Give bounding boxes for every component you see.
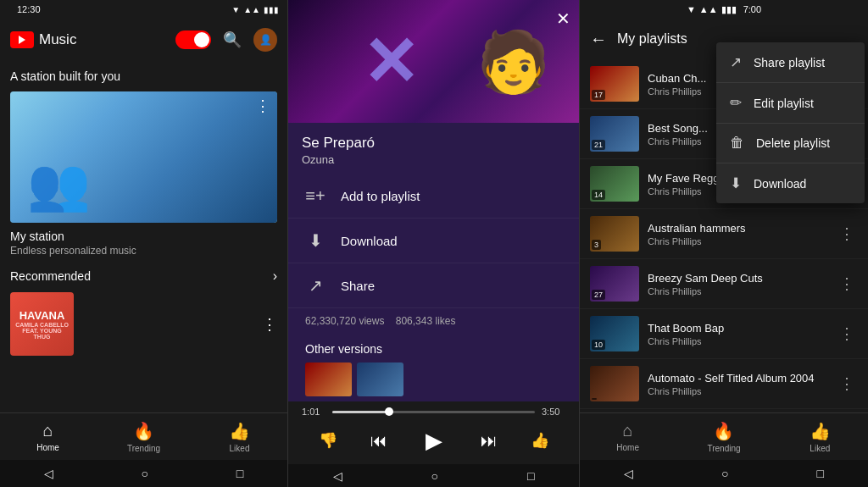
- close-song-btn[interactable]: ✕: [556, 8, 570, 29]
- home-sys-btn-2[interactable]: ○: [431, 469, 438, 483]
- pl-thumb-6: 10: [590, 316, 639, 351]
- nav-pl-home[interactable]: ⌂ Home: [580, 413, 676, 460]
- pl-name-5: Breezy Sam Deep Cuts: [648, 272, 827, 285]
- liked-pl-label: Liked: [810, 444, 830, 453]
- player-controls: 👎 ⏮ ▶ ⏭ 👍: [302, 423, 565, 457]
- back-btn[interactable]: ←: [590, 30, 607, 49]
- pl-author-5: Chris Phillips: [648, 286, 827, 296]
- liked-nav-icon: 👍: [229, 421, 250, 441]
- play-btn[interactable]: ▶: [417, 423, 451, 457]
- nav-pl-liked[interactable]: 👍 Liked: [772, 413, 868, 460]
- other-versions-section: Other versions: [288, 334, 579, 401]
- pl-count-3: 14: [592, 190, 605, 200]
- progress-fill: [332, 411, 389, 413]
- trending-pl-label: Trending: [707, 444, 740, 453]
- share-icon: ↗: [305, 275, 326, 296]
- yt-play-icon: [10, 31, 34, 48]
- song-stats: 62,330,720 views 806,343 likes: [288, 308, 579, 334]
- havana-title: HAVANA: [19, 309, 65, 322]
- add-to-playlist-btn[interactable]: ≡+ Add to playlist: [288, 174, 579, 219]
- app-title: Music: [39, 31, 76, 48]
- share-playlist-btn[interactable]: ↗ Share playlist: [716, 42, 865, 83]
- back-sys-btn[interactable]: ◁: [44, 467, 53, 480]
- edit-playlist-btn[interactable]: ✏ Edit playlist: [716, 83, 865, 124]
- battery-icon-pl: ▮▮▮: [721, 4, 737, 15]
- download-playlist-btn[interactable]: ⬇ Download: [716, 163, 865, 203]
- mode-toggle[interactable]: [175, 30, 211, 49]
- pl-more-4[interactable]: ⋮: [836, 221, 858, 246]
- status-bar-home: 12:30 ▼ ▲▲ ▮▮▮: [0, 0, 287, 19]
- avatar[interactable]: 👤: [253, 28, 277, 52]
- player-area: 1:01 3:50 👎 ⏮ ▶ ⏭ 👍: [288, 401, 579, 464]
- share-playlist-label: Share playlist: [754, 56, 825, 69]
- delete-playlist-btn[interactable]: 🗑 Delete playlist: [716, 124, 865, 163]
- pl-more-7[interactable]: ⋮: [836, 371, 858, 396]
- havana-sub: CAMILA CABELLO FEAT. YOUNG THUG: [15, 322, 69, 340]
- bottom-nav-home: ⌂ Home 🔥 Trending 👍 Liked: [0, 412, 287, 460]
- thumbs-down-btn[interactable]: 👎: [315, 428, 341, 453]
- pl-more-5[interactable]: ⋮: [836, 271, 858, 296]
- pl-name-6: That Boom Bap: [648, 322, 827, 335]
- pl-item-7[interactable]: Automato - Self Titled Album 2004 Chris …: [580, 359, 868, 409]
- pl-item-4[interactable]: 3 Australian hammers Chris Phillips ⋮: [580, 209, 868, 259]
- home-nav-label: Home: [36, 443, 59, 452]
- signal-icon: ▼: [231, 5, 240, 14]
- song-artist: Ozuna: [302, 153, 565, 166]
- progress-track[interactable]: [332, 411, 535, 413]
- pl-item-5[interactable]: 27 Breezy Sam Deep Cuts Chris Phillips ⋮: [580, 259, 868, 309]
- pl-more-6[interactable]: ⋮: [836, 321, 858, 346]
- sys-nav-home: ◁ ○ □: [0, 460, 287, 487]
- home-sys-btn-3[interactable]: ○: [721, 467, 728, 480]
- version-thumbs: [305, 362, 562, 396]
- recents-sys-btn-3[interactable]: □: [817, 467, 824, 480]
- pl-info-6: That Boom Bap Chris Phillips: [648, 322, 827, 346]
- recommended-header: Recommended ›: [10, 268, 277, 284]
- thumbs-up-btn[interactable]: 👍: [527, 428, 553, 453]
- download-playlist-label: Download: [754, 177, 806, 191]
- playlist-dropdown-menu: ↗ Share playlist ✏ Edit playlist 🗑 Delet…: [716, 42, 865, 203]
- version-thumb-1[interactable]: [305, 362, 352, 396]
- sys-nav-pl: ◁ ○ □: [580, 460, 868, 487]
- song-video-thumb: ✕ 🧑 ✕: [288, 0, 579, 123]
- recents-sys-btn-2[interactable]: □: [527, 469, 534, 483]
- delete-playlist-label: Delete playlist: [756, 136, 830, 150]
- pl-info-5: Breezy Sam Deep Cuts Chris Phillips: [648, 272, 827, 296]
- back-sys-btn-2[interactable]: ◁: [333, 469, 342, 483]
- pl-item-6[interactable]: 10 That Boom Bap Chris Phillips ⋮: [580, 309, 868, 359]
- add-playlist-label: Add to playlist: [341, 189, 420, 203]
- edit-playlist-icon: ✏: [730, 94, 742, 112]
- recommended-arrow-icon[interactable]: ›: [273, 268, 277, 284]
- havana-card[interactable]: HAVANA CAMILA CABELLO FEAT. YOUNG THUG ⋮: [10, 292, 277, 356]
- trending-nav-label: Trending: [127, 444, 160, 453]
- nav-home[interactable]: ⌂ Home: [0, 413, 96, 460]
- home-pl-icon: ⌂: [623, 421, 633, 440]
- progress-bar-container: 1:01 3:50: [302, 407, 565, 417]
- share-btn[interactable]: ↗ Share: [288, 263, 579, 308]
- app-header: Music 🔍 👤: [0, 19, 287, 61]
- search-icon[interactable]: 🔍: [223, 30, 242, 49]
- person-visual: 🧑: [476, 27, 550, 97]
- trending-pl-icon: 🔥: [713, 421, 734, 441]
- pl-count-1: 17: [592, 90, 605, 100]
- home-time: 12:30: [17, 4, 41, 14]
- next-btn[interactable]: ⏭: [477, 428, 501, 454]
- prev-btn[interactable]: ⏮: [367, 428, 391, 454]
- wifi-icon-pl: ▲▲: [699, 4, 718, 14]
- pl-count-4: 3: [592, 240, 601, 250]
- back-sys-btn-3[interactable]: ◁: [624, 467, 633, 480]
- station-info: My station Endless personalized music: [10, 230, 277, 257]
- version-thumb-2[interactable]: [357, 362, 403, 396]
- panel-home: 12:30 ▼ ▲▲ ▮▮▮ Music 🔍 👤 A station built…: [0, 0, 288, 487]
- nav-trending[interactable]: 🔥 Trending: [96, 413, 192, 460]
- pl-thumb-4: 3: [590, 216, 639, 252]
- station-card[interactable]: ⋮: [10, 91, 277, 223]
- download-btn[interactable]: ⬇ Download: [288, 219, 579, 263]
- nav-pl-trending[interactable]: 🔥 Trending: [676, 413, 771, 460]
- station-sub: Endless personalized music: [10, 245, 277, 257]
- station-more-btn[interactable]: ⋮: [255, 98, 270, 113]
- home-sys-btn[interactable]: ○: [142, 467, 148, 480]
- recents-sys-btn[interactable]: □: [236, 467, 243, 480]
- card-more-btn[interactable]: ⋮: [262, 315, 277, 334]
- download-playlist-icon: ⬇: [730, 174, 742, 192]
- nav-liked[interactable]: 👍 Liked: [192, 413, 287, 460]
